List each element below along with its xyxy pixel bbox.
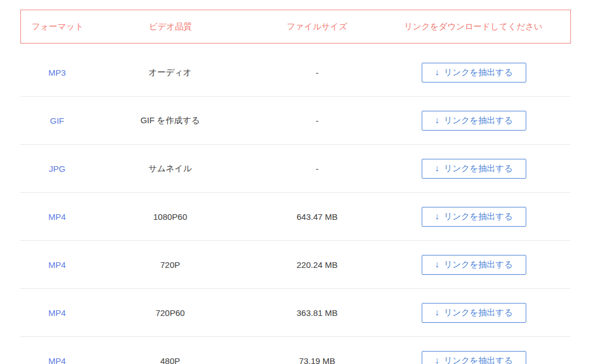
extract-link-button[interactable]: ↓ リンクを抽出する [422, 159, 526, 179]
column-header-format: フォーマット [21, 21, 94, 32]
extract-button-label: リンクを抽出する [444, 259, 513, 270]
column-header-filesize: ファイルサイズ [246, 21, 387, 32]
extract-button-label: リンクを抽出する [444, 163, 513, 174]
quality-cell: 720P60 [94, 308, 246, 318]
download-arrow-icon: ↓ [435, 212, 439, 221]
extract-button-label: リンクを抽出する [444, 211, 513, 222]
table-row: MP3 オーディオ - ↓ リンクを抽出する [20, 49, 571, 97]
format-link[interactable]: MP4 [49, 308, 66, 318]
format-link[interactable]: MP4 [49, 356, 66, 364]
extract-button-label: リンクを抽出する [444, 307, 513, 318]
table-body: MP3 オーディオ - ↓ リンクを抽出する GIF GIF を作成する - ↓… [20, 49, 571, 364]
download-arrow-icon: ↓ [435, 260, 439, 269]
table-row: MP4 720P60 363.81 MB ↓ リンクを抽出する [20, 289, 571, 337]
extract-link-button[interactable]: ↓ リンクを抽出する [422, 303, 526, 323]
table-row: MP4 720P 220.24 MB ↓ リンクを抽出する [20, 241, 571, 289]
column-header-quality: ビデオ品質 [94, 21, 246, 32]
extract-link-button[interactable]: ↓ リンクを抽出する [422, 111, 526, 131]
extract-link-button[interactable]: ↓ リンクを抽出する [422, 351, 526, 364]
filesize-cell: 73.19 MB [246, 356, 388, 364]
format-link[interactable]: MP3 [49, 68, 66, 77]
table-row: JPG サムネイル - ↓ リンクを抽出する [20, 145, 571, 193]
filesize-cell: 643.47 MB [246, 212, 388, 222]
filesize-cell: - [246, 68, 388, 77]
extract-button-label: リンクを抽出する [444, 115, 513, 126]
format-link[interactable]: MP4 [49, 260, 66, 270]
extract-button-label: リンクを抽出する [444, 67, 513, 78]
extract-link-button[interactable]: ↓ リンクを抽出する [422, 63, 526, 83]
table-header: フォーマット ビデオ品質 ファイルサイズ リンクをダウンロードしてください [20, 10, 571, 44]
filesize-cell: 220.24 MB [246, 260, 388, 270]
download-arrow-icon: ↓ [435, 356, 439, 364]
filesize-cell: - [246, 164, 388, 174]
quality-cell: 480P [94, 356, 246, 364]
filesize-cell: 363.81 MB [246, 308, 388, 318]
download-arrow-icon: ↓ [435, 308, 439, 317]
extract-button-label: リンクを抽出する [444, 356, 513, 364]
table-row: GIF GIF を作成する - ↓ リンクを抽出する [20, 97, 571, 145]
column-header-download: リンクをダウンロードしてください [388, 21, 570, 32]
quality-cell: オーディオ [94, 67, 246, 78]
download-arrow-icon: ↓ [435, 68, 439, 77]
quality-cell: 1080P60 [94, 212, 246, 222]
filesize-cell: - [246, 116, 388, 125]
extract-link-button[interactable]: ↓ リンクを抽出する [422, 255, 526, 275]
format-link[interactable]: MP4 [49, 212, 66, 222]
format-link[interactable]: GIF [50, 116, 64, 125]
download-arrow-icon: ↓ [435, 164, 439, 173]
quality-cell: GIF を作成する [94, 115, 246, 126]
format-link[interactable]: JPG [49, 164, 65, 174]
download-arrow-icon: ↓ [435, 116, 439, 125]
table-row: MP4 1080P60 643.47 MB ↓ リンクを抽出する [20, 193, 571, 241]
quality-cell: サムネイル [94, 163, 246, 174]
table-row: MP4 480P 73.19 MB ↓ リンクを抽出する [20, 337, 571, 364]
extract-link-button[interactable]: ↓ リンクを抽出する [422, 207, 526, 227]
quality-cell: 720P [94, 260, 246, 270]
download-table: フォーマット ビデオ品質 ファイルサイズ リンクをダウンロードしてください MP… [20, 10, 571, 364]
